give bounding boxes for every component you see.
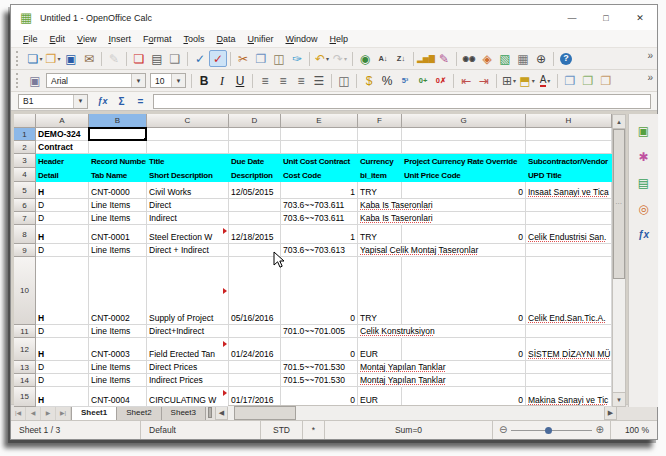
background-color-button[interactable]: ⬒▾: [518, 72, 536, 89]
number-format-currency-button[interactable]: $: [360, 72, 378, 89]
cell-F14[interactable]: Montaj Yapılan Tanklar: [358, 374, 402, 387]
minimize-button[interactable]: —: [555, 5, 589, 30]
menu-insert[interactable]: Insert: [102, 34, 137, 44]
cell-G3[interactable]: Project Currency Rate Override: [402, 154, 526, 168]
cell-H13[interactable]: [526, 361, 612, 374]
row-header-11[interactable]: 11: [14, 325, 36, 338]
cell-D5[interactable]: 12/05/2015: [229, 182, 281, 199]
cell-F12[interactable]: EUR: [358, 338, 402, 361]
cell-E1[interactable]: [281, 128, 358, 141]
export-pdf-button[interactable]: ❏: [130, 50, 148, 67]
sort-ascending-button[interactable]: A↓: [374, 50, 392, 67]
cell-F4[interactable]: bi_item: [358, 168, 402, 182]
toolbar-overflow-button[interactable]: »: [647, 72, 653, 83]
cell-H1[interactable]: [526, 128, 612, 141]
row-header-8[interactable]: 8: [14, 225, 36, 244]
decrease-indent-button[interactable]: ⇤: [457, 72, 475, 89]
cell-B4[interactable]: Tab Name: [89, 168, 147, 182]
row-header-13[interactable]: 13: [14, 361, 36, 374]
cell-A4[interactable]: Detail: [36, 168, 89, 182]
number-format-standard-button[interactable]: 5³: [396, 72, 414, 89]
column-header-B[interactable]: B: [89, 114, 147, 128]
new-document-button[interactable]: ❏▾: [26, 50, 44, 67]
cell-C6[interactable]: Direct: [147, 199, 229, 212]
chevron-down-icon[interactable]: ▼: [73, 95, 87, 108]
cell-E9[interactable]: 703.6~~703.613: [281, 244, 358, 257]
unifier-tool-3-button[interactable]: ❐: [597, 72, 615, 89]
unifier-tool-1-button[interactable]: ❐: [561, 72, 579, 89]
cell-F13[interactable]: Montaj Yapılan Tanklar: [358, 361, 402, 374]
menu-format[interactable]: Format: [137, 34, 178, 44]
formula-input[interactable]: [153, 94, 651, 109]
cell-H5[interactable]: Insaat Sanayi ve Tica: [526, 182, 612, 199]
horizontal-scrollbar[interactable]: [228, 405, 604, 420]
cell-E13[interactable]: 701.5~~701.530: [281, 361, 358, 374]
gallery-button[interactable]: ▧: [496, 50, 514, 67]
dropdown-arrow-icon[interactable]: ▾: [326, 55, 329, 62]
equals-button[interactable]: =: [132, 94, 149, 109]
cell-E8[interactable]: 1: [281, 225, 358, 244]
cell-D7[interactable]: [229, 212, 281, 225]
hyperlink-button[interactable]: ◉: [356, 50, 374, 67]
zoom-slider[interactable]: ⊖ ⊕: [493, 421, 611, 439]
align-center-button[interactable]: ≡: [274, 72, 292, 89]
cell-D15[interactable]: 01/17/2016: [229, 387, 281, 407]
dropdown-arrow-icon[interactable]: ▾: [57, 55, 60, 62]
cell-H10[interactable]: Celik End.San.Tic.A.: [526, 257, 612, 325]
chevron-down-icon[interactable]: ▼: [171, 74, 185, 87]
column-header-C[interactable]: C: [147, 114, 229, 128]
cell-H6[interactable]: [526, 199, 612, 212]
cell-C13[interactable]: Direct Prices: [147, 361, 229, 374]
cell-C2[interactable]: [147, 141, 229, 154]
cell-E4[interactable]: Cost Code: [281, 168, 358, 182]
cell-C3[interactable]: Title: [147, 154, 229, 168]
toolbar-overflow-button[interactable]: »: [647, 50, 653, 61]
cell-C10[interactable]: Supply of Project: [147, 257, 229, 325]
insert-chart-button[interactable]: ▂▅▇: [417, 50, 435, 67]
show-draw-functions-button[interactable]: ✎: [435, 50, 453, 67]
menu-tools[interactable]: Tools: [177, 34, 210, 44]
cell-F6[interactable]: Kaba Is Taseronlari: [358, 199, 402, 212]
cell-C1[interactable]: [147, 128, 229, 141]
cell-A9[interactable]: D: [36, 244, 89, 257]
zoom-button[interactable]: ⊕: [532, 50, 550, 67]
cell-H14[interactable]: [526, 374, 612, 387]
borders-button[interactable]: ⊞▾: [500, 72, 518, 89]
merge-cells-button[interactable]: ◫: [335, 72, 353, 89]
menu-unifier[interactable]: Unifier: [241, 34, 279, 44]
menu-window[interactable]: Window: [280, 34, 324, 44]
row-header-3[interactable]: 3: [14, 154, 36, 168]
cell-A2[interactable]: Contract: [36, 141, 89, 154]
dropdown-arrow-icon[interactable]: ▾: [513, 77, 516, 84]
cell-E10[interactable]: 0: [281, 257, 358, 325]
maximize-button[interactable]: □: [589, 5, 623, 30]
help-button[interactable]: ?: [557, 50, 575, 67]
cell-G1[interactable]: [402, 128, 526, 141]
dropdown-arrow-icon[interactable]: ▾: [39, 55, 42, 62]
cell-D8[interactable]: 12/18/2015: [229, 225, 281, 244]
cell-H12[interactable]: SİSTEM DİZAYNI MÜ: [526, 338, 612, 361]
find-replace-button[interactable]: ◉◉: [460, 50, 478, 67]
add-decimal-place-button[interactable]: 0+: [414, 72, 432, 89]
menu-file[interactable]: File: [17, 34, 44, 44]
number-format-percent-button[interactable]: %: [378, 72, 396, 89]
bold-button[interactable]: B: [195, 72, 213, 89]
cell-B6[interactable]: Line Items: [89, 199, 147, 212]
page-preview-button[interactable]: ❑: [166, 50, 184, 67]
cell-C8[interactable]: Steel Erection W: [147, 225, 229, 244]
function-wizard-button[interactable]: ƒx: [94, 94, 111, 109]
cell-E5[interactable]: 1: [281, 182, 358, 199]
cell-D14[interactable]: [229, 374, 281, 387]
cell-A1[interactable]: DEMO-324: [36, 128, 89, 141]
cell-A3[interactable]: Header: [36, 154, 89, 168]
sidebar-tab-properties[interactable]: ▣: [633, 120, 655, 141]
column-header-E[interactable]: E: [281, 114, 358, 128]
cell-G12[interactable]: 0: [402, 338, 526, 361]
cell-A5[interactable]: H: [36, 182, 89, 199]
cell-A12[interactable]: H: [36, 338, 89, 361]
dropdown-arrow-icon[interactable]: ▾: [547, 77, 550, 84]
cell-D3[interactable]: Due Date: [229, 154, 281, 168]
cell-F8[interactable]: TRY: [358, 225, 402, 244]
font-color-button[interactable]: A▾: [536, 72, 554, 89]
sheet-tab-sheet2[interactable]: Sheet2: [116, 405, 161, 420]
